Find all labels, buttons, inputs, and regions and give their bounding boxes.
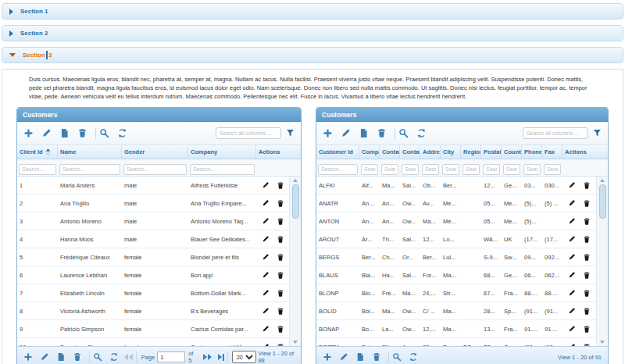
pager-view-button[interactable] [56,352,66,362]
vertical-scrollbar[interactable] [289,177,301,346]
delete-row-icon[interactable] [583,181,591,190]
table-row[interactable]: 4Hanna MoosmaleBlauer See Delikates... [17,230,289,248]
search-button[interactable] [99,128,109,138]
pager-edit-button[interactable] [339,352,348,362]
table-row[interactable]: ANATRAn...An...Ow...Av...Mé...05...Me...… [316,194,596,212]
edit-row-icon[interactable] [568,217,576,225]
delete-row-icon[interactable] [277,253,284,262]
pager-search-button[interactable] [93,352,102,362]
scrollbar-thumb[interactable] [292,184,299,219]
edit-row-icon[interactable] [262,253,270,261]
edit-row-icon[interactable] [568,235,576,243]
column-header[interactable]: Contact Name [380,145,400,159]
column-search-input[interactable] [402,164,419,175]
column-header[interactable]: Customer Id [316,145,359,159]
column-header[interactable]: Gender [122,145,188,159]
search-button[interactable] [398,128,409,138]
table-row[interactable]: BLONPBlo...Fré...Ma...24,...Str...67...F… [316,284,596,302]
table-row[interactable]: 2Ana TrujillomaleAna Trujillo Empare... [17,194,289,212]
column-search-input[interactable] [190,164,255,175]
delete-row-icon[interactable] [583,325,591,334]
scroll-down-icon[interactable] [600,341,605,344]
vertical-scrollbar[interactable] [596,177,608,346]
pager-delete-button[interactable] [372,352,381,362]
column-header[interactable]: Fax [542,145,562,159]
column-header[interactable]: Client Id [17,145,58,159]
table-row[interactable]: ANTONAn...An...Ow...Ma...Mé...05...Me...… [316,212,596,230]
column-search-input[interactable] [544,164,561,175]
add-record-button[interactable] [23,128,34,138]
delete-row-icon[interactable] [277,217,284,226]
edit-row-icon[interactable] [568,325,576,333]
edit-row-icon[interactable] [262,271,270,279]
edit-row-icon[interactable] [262,325,270,333]
delete-row-icon[interactable] [277,271,284,280]
column-search-input[interactable] [19,164,56,175]
scroll-up-icon[interactable] [293,179,298,182]
last-page-button[interactable] [218,354,224,361]
first-prev-page-button[interactable] [124,354,133,360]
edit-row-icon[interactable] [262,307,270,315]
delete-row-icon[interactable] [277,325,284,334]
table-row[interactable]: 5Frédérique CiteauxfemaleBlondel père et… [17,248,289,266]
column-search-input[interactable] [483,164,500,175]
edit-row-icon[interactable] [568,199,576,207]
view-record-button[interactable] [359,128,369,138]
pager-search-button[interactable] [392,352,402,362]
table-row[interactable]: 10Francisco ChangfemaleCentro comercial … [17,338,289,346]
delete-row-icon[interactable] [583,217,591,226]
pager-view-button[interactable] [355,352,365,362]
column-header[interactable]: Name [58,145,122,159]
column-search-input[interactable] [462,164,480,175]
column-header[interactable]: Contact Title [400,145,420,159]
column-header[interactable]: Address [420,145,441,159]
table-row[interactable]: BOLIDBól...Ma...Ow...C/ ...Ma...28...Sp.… [316,302,596,320]
table-row[interactable]: 6Laurence LebihanfemaleBon app' [17,266,289,284]
edit-row-icon[interactable] [568,307,576,315]
column-search-input[interactable] [318,164,358,175]
edit-row-icon[interactable] [262,181,270,189]
edit-record-button[interactable] [341,128,351,138]
delete-row-icon[interactable] [583,199,591,208]
delete-row-icon[interactable] [583,307,591,316]
edit-row-icon[interactable] [262,289,270,297]
scrollbar-thumb[interactable] [599,184,606,219]
column-search-input[interactable] [381,164,398,175]
column-header[interactable]: Phone [522,145,542,159]
scroll-up-icon[interactable] [600,179,605,182]
refresh-button[interactable] [416,128,427,138]
page-number-input[interactable] [157,352,185,362]
refresh-button[interactable] [117,128,127,138]
search-all-columns-input[interactable] [523,127,588,139]
column-header[interactable]: Postal Code [481,145,502,159]
column-header[interactable]: Actions [256,145,301,159]
pager-add-button[interactable] [323,352,332,362]
column-header[interactable]: Country [502,145,522,159]
page-size-select[interactable]: 20 [232,351,256,363]
filter-funnel-icon[interactable] [593,129,602,137]
pager-add-button[interactable] [23,352,33,362]
column-search-input[interactable] [442,164,459,175]
edit-row-icon[interactable] [568,343,576,346]
column-header[interactable]: Company [359,145,380,159]
table-row[interactable]: BLAUSBla...Ha...Sal...For...Ma...68...Ge… [316,266,596,284]
delete-row-icon[interactable] [277,199,284,208]
scroll-down-icon[interactable] [293,341,298,344]
next-page-button[interactable] [203,354,212,360]
edit-row-icon[interactable] [568,271,576,279]
delete-row-icon[interactable] [583,343,591,347]
edit-row-icon[interactable] [262,199,270,207]
table-row[interactable]: BERGSBer...Ch...Or...Ber...Lul...S-9...S… [316,248,596,266]
table-row[interactable]: 7Elizabeth LincolnfemaleBottom-Dollar Ma… [17,284,289,302]
delete-row-icon[interactable] [277,289,284,298]
table-row[interactable]: BOTTMBot...Eliz...Ac...23...Tsa...BCT2..… [316,338,596,346]
table-row[interactable]: BONAPBo...La...Ow...12,...Ma...13...Fra.… [316,320,596,338]
edit-row-icon[interactable] [262,217,270,225]
column-header[interactable]: Company [188,145,256,159]
edit-row-icon[interactable] [262,235,270,243]
column-header[interactable]: Actions [562,145,608,159]
delete-row-icon[interactable] [583,271,591,280]
delete-row-icon[interactable] [583,235,591,244]
delete-row-icon[interactable] [277,181,284,190]
table-row[interactable]: 1Maria AndersmaleAlfreds Futterkiste [17,177,289,194]
